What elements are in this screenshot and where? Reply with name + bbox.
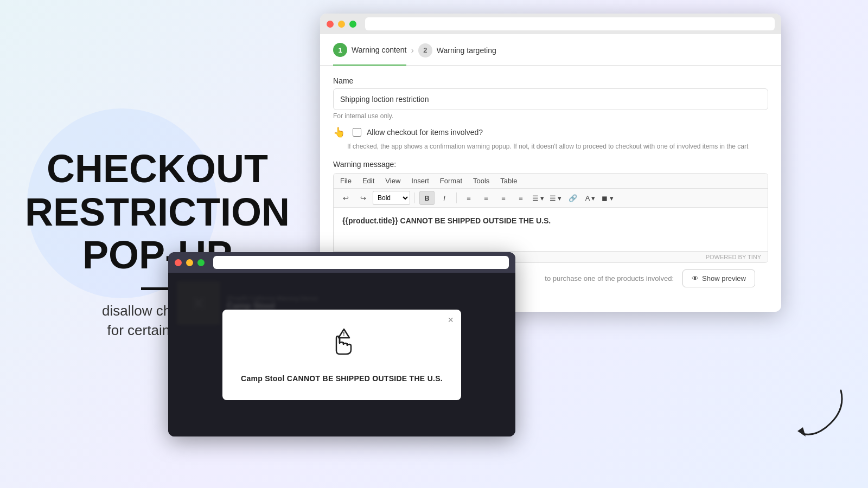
menu-format[interactable]: Format <box>440 177 462 185</box>
align-right-btn[interactable]: ≡ <box>496 191 511 205</box>
show-preview-button[interactable]: 👁 Show preview <box>682 269 755 287</box>
toolbar-sep-2 <box>456 192 457 203</box>
warning-hand-icon: ! <box>326 327 358 359</box>
svg-text:!: ! <box>343 331 344 337</box>
editor-wrapper: File Edit View Insert Format Tools Table… <box>333 173 768 263</box>
menu-file[interactable]: File <box>340 177 352 185</box>
align-center-btn[interactable]: ≡ <box>478 191 494 205</box>
powered-by: POWERED BY TINY <box>706 254 761 260</box>
name-label: Name <box>333 76 768 85</box>
step-2-circle: 2 <box>418 43 432 57</box>
dot-yellow[interactable] <box>338 21 345 28</box>
italic-btn[interactable]: I <box>437 191 452 205</box>
ordered-list-btn[interactable]: ☰ ▾ <box>548 191 563 205</box>
dot-green[interactable] <box>349 21 356 28</box>
modal-box: × ! Camp Stool CANNOT BE SHIPPED OUTSI <box>222 310 461 400</box>
eye-icon: 👁 <box>692 274 699 282</box>
step-1-circle: 1 <box>333 43 347 57</box>
popup-background: ✕ (Prop65 California Warning Demo) Camp … <box>168 273 515 436</box>
highlight-btn[interactable]: ◼ ▾ <box>600 191 615 205</box>
editor-content: {{product.title}} CANNOT BE SHIPPED OUTS… <box>342 216 551 225</box>
editor-menubar: File Edit View Insert Format Tools Table <box>334 174 768 189</box>
menu-tools[interactable]: Tools <box>473 177 489 185</box>
bold-btn[interactable]: B <box>419 191 435 205</box>
browser-titlebar-main <box>320 14 781 34</box>
menu-edit[interactable]: Edit <box>362 177 374 185</box>
steps-nav: 1 Warning content › 2 Warning targeting <box>320 34 781 66</box>
allow-checkout-row: 👆 Allow checkout for items involved? <box>333 126 768 138</box>
arrow-decoration <box>787 380 852 445</box>
svg-marker-5 <box>797 427 806 436</box>
step-1-label: Warning content <box>352 46 406 54</box>
undo-btn[interactable]: ↩ <box>338 191 353 205</box>
modal-close-btn[interactable]: × <box>448 315 454 325</box>
toolbar-sep-1 <box>414 192 415 203</box>
browser-popup-window: ✕ (Prop65 California Warning Demo) Camp … <box>168 252 515 436</box>
menu-table[interactable]: Table <box>500 177 517 185</box>
step-arrow: › <box>411 46 413 63</box>
align-left-btn[interactable]: ≡ <box>461 191 476 205</box>
cursor-icon: 👆 <box>333 126 345 138</box>
menu-insert[interactable]: Insert <box>411 177 429 185</box>
checkbox-desc: If checked, the app shows a confirmation… <box>333 142 768 151</box>
modal-text: Camp Stool CANNOT BE SHIPPED OUTSIDE THE… <box>240 374 444 383</box>
popup-dot-green[interactable] <box>197 259 205 266</box>
address-bar[interactable] <box>365 17 775 30</box>
font-color-btn[interactable]: A ▾ <box>583 191 598 205</box>
step-1[interactable]: 1 Warning content <box>333 43 406 66</box>
popup-dot-yellow[interactable] <box>186 259 193 266</box>
checkbox-label[interactable]: Allow checkout for items involved? <box>367 128 483 137</box>
dot-red[interactable] <box>327 21 334 28</box>
popup-dot-red[interactable] <box>175 259 182 266</box>
warning-msg-label: Warning message: <box>333 160 768 169</box>
font-select[interactable]: Bold Normal Italic <box>373 191 410 205</box>
show-preview-label: Show preview <box>702 274 746 282</box>
allow-checkout-checkbox[interactable] <box>353 128 361 137</box>
step-2[interactable]: 2 Warning targeting <box>418 43 496 65</box>
unordered-list-btn[interactable]: ☰ ▾ <box>531 191 546 205</box>
modal-overlay: × ! Camp Stool CANNOT BE SHIPPED OUTSI <box>168 273 515 436</box>
align-justify-btn[interactable]: ≡ <box>513 191 528 205</box>
link-btn[interactable]: 🔗 <box>565 191 580 205</box>
name-input[interactable] <box>333 88 768 110</box>
popup-address-bar[interactable] <box>213 256 509 269</box>
browser-titlebar-popup <box>168 252 515 273</box>
modal-icon: ! <box>240 327 444 365</box>
editor-toolbar: ↩ ↪ Bold Normal Italic B I ≡ ≡ ≡ ≡ ☰ ▾ <box>334 189 768 208</box>
bottom-text: to purchase one of the products involved… <box>545 274 674 282</box>
editor-body[interactable]: {{product.title}} CANNOT BE SHIPPED OUTS… <box>334 208 768 251</box>
menu-view[interactable]: View <box>385 177 400 185</box>
name-helper: For internal use only. <box>333 112 768 120</box>
redo-btn[interactable]: ↪ <box>355 191 371 205</box>
step-2-label: Warning targeting <box>437 46 496 55</box>
